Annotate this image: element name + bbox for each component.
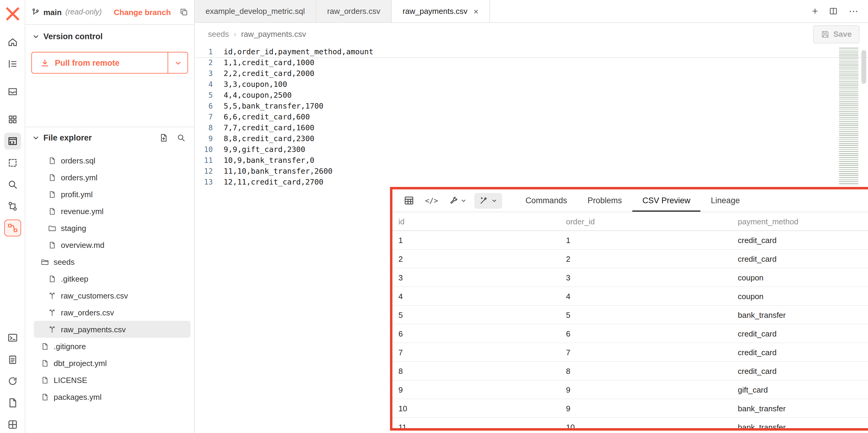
panel-tab-lineage[interactable]: Lineage <box>701 190 750 212</box>
tab-raw-orders[interactable]: raw_orders.csv <box>316 0 392 22</box>
clipboard-icon[interactable] <box>4 351 21 368</box>
line-number: 10 <box>195 144 224 155</box>
version-control-header[interactable]: Version control <box>25 25 194 44</box>
list-icon[interactable] <box>4 56 21 73</box>
search-code-icon[interactable] <box>4 176 21 193</box>
code-text: 2,2,credit_card,2000 <box>224 68 314 79</box>
cell: 3 <box>398 273 566 282</box>
cell: credit_card <box>738 254 868 263</box>
cell: 10 <box>566 423 738 431</box>
file-tree-item[interactable]: .gitignore <box>25 338 194 355</box>
save-button[interactable]: Save <box>813 25 860 43</box>
code-text: 11,10,bank_transfer,2600 <box>224 166 333 177</box>
file-label: orders.yml <box>61 173 97 182</box>
close-icon[interactable]: × <box>473 7 478 16</box>
panel-tab-commands[interactable]: Commands <box>515 190 577 212</box>
pull-from-remote-main[interactable]: Pull from remote <box>32 53 167 73</box>
file-tree-item-selected[interactable]: raw_payments.csv <box>34 321 190 338</box>
panel-tab-problems[interactable]: Problems <box>577 190 632 212</box>
tab-label: example_develop_metric.sql <box>206 7 305 16</box>
file-tree-item[interactable]: LICENSE <box>25 372 194 388</box>
file-tree-item[interactable]: orders.sql <box>25 152 194 169</box>
code-text: 1,1,credit_card,1000 <box>224 57 314 68</box>
folder-icon <box>48 224 56 232</box>
frame-icon[interactable] <box>4 154 21 171</box>
copy-icon[interactable] <box>180 8 188 16</box>
cell: 10 <box>398 404 566 413</box>
file-icon <box>41 376 49 384</box>
editor-minimap[interactable] <box>839 48 858 185</box>
wrench-icon[interactable] <box>443 190 472 212</box>
dbt-logo-icon <box>3 5 22 23</box>
editor-line: 98,8,credit_card,2300 <box>195 133 868 144</box>
download-icon <box>40 58 50 67</box>
file-tree-item[interactable]: raw_customers.csv <box>25 287 194 304</box>
file-tree-item[interactable]: seeds <box>25 253 194 270</box>
table-row: 5 5 bank_transfer 1700 <box>393 306 868 324</box>
file-icon[interactable] <box>4 395 21 411</box>
cell: credit_card <box>738 348 868 357</box>
change-branch-link[interactable]: Change branch <box>114 7 171 17</box>
line-number: 6 <box>195 101 224 112</box>
pull-options-caret[interactable] <box>167 53 187 73</box>
editor-scrollbar[interactable] <box>861 50 866 84</box>
stack-icon[interactable] <box>4 83 21 100</box>
tab-example-develop-metric[interactable]: example_develop_metric.sql <box>195 0 316 22</box>
file-tree-item[interactable]: revenue.yml <box>25 203 194 220</box>
editor-line: 87,7,credit_card,1600 <box>195 122 868 133</box>
file-tree-item[interactable]: .gitkeep <box>25 270 194 287</box>
apps-icon[interactable] <box>4 416 21 433</box>
cell: 5 <box>398 310 566 319</box>
table-row: 2 2 credit_card 2000 <box>393 250 868 268</box>
results-table-icon[interactable] <box>398 190 420 212</box>
panel-tabs: Commands Problems CSV Preview Lineage <box>515 190 750 212</box>
file-tree-item[interactable]: dbt_project.yml <box>25 355 194 372</box>
panel-toolbar: </> Commands Problems CSV Preview Lineag… <box>393 190 868 212</box>
line-number: 1 <box>195 47 224 57</box>
more-options-icon[interactable]: ⋯ <box>849 5 858 17</box>
file-tree-item[interactable]: profit.yml <box>25 186 194 203</box>
version-control-space <box>25 74 194 127</box>
file-tree-item[interactable]: orders.yml <box>25 169 194 186</box>
cell: 4 <box>566 292 738 300</box>
code-text: 4,4,coupon,2500 <box>224 90 292 101</box>
file-tree-item[interactable]: raw_orders.csv <box>25 304 194 321</box>
format-wand-button[interactable] <box>474 193 502 208</box>
table-row: 3 3 coupon 100 <box>393 268 868 287</box>
line-number: 11 <box>195 155 224 166</box>
search-icon[interactable] <box>177 133 186 142</box>
add-tab-icon[interactable]: + <box>812 6 818 16</box>
code-editor[interactable]: 1id,order_id,payment_method,amount 21,1,… <box>195 45 868 187</box>
seed-file-icon <box>48 309 56 316</box>
develop-icon[interactable] <box>4 133 21 149</box>
pull-from-remote-label: Pull from remote <box>55 58 120 67</box>
split-editor-icon[interactable] <box>829 7 838 16</box>
file-icon <box>48 156 56 164</box>
table-row: 1 1 credit_card 1000 <box>393 231 868 250</box>
branch-mode: (read-only) <box>65 8 102 16</box>
lineage-icon[interactable] <box>4 220 21 236</box>
new-file-icon[interactable] <box>159 133 168 142</box>
cell: 8 <box>398 366 566 375</box>
line-number: 3 <box>195 68 224 79</box>
file-explorer-header[interactable]: File explorer <box>25 127 194 145</box>
compare-icon[interactable] <box>4 198 21 215</box>
file-tree-item[interactable]: overview.md <box>25 236 194 253</box>
file-tree-item[interactable]: packages.yml <box>25 388 194 405</box>
cell: 6 <box>566 329 738 338</box>
file-icon <box>41 359 49 367</box>
terminal-icon[interactable] <box>4 329 21 346</box>
file-icon <box>48 275 56 283</box>
file-tree-item[interactable]: staging <box>25 220 194 236</box>
sidebar: main (read-only) Change branch Version c… <box>25 0 195 433</box>
sync-icon[interactable] <box>4 373 21 389</box>
home-icon[interactable] <box>4 34 21 51</box>
tab-raw-payments[interactable]: raw_payments.csv × <box>392 0 490 22</box>
pull-from-remote-button[interactable]: Pull from remote <box>31 52 188 74</box>
editor-line: 32,2,credit_card,2000 <box>195 68 868 79</box>
panel-tab-csv-preview[interactable]: CSV Preview <box>632 190 701 212</box>
file-icon <box>41 342 49 350</box>
editor-line: 1312,11,credit_card,2700 <box>195 177 868 187</box>
code-icon[interactable]: </> <box>420 190 443 212</box>
grid-icon[interactable] <box>4 111 21 128</box>
